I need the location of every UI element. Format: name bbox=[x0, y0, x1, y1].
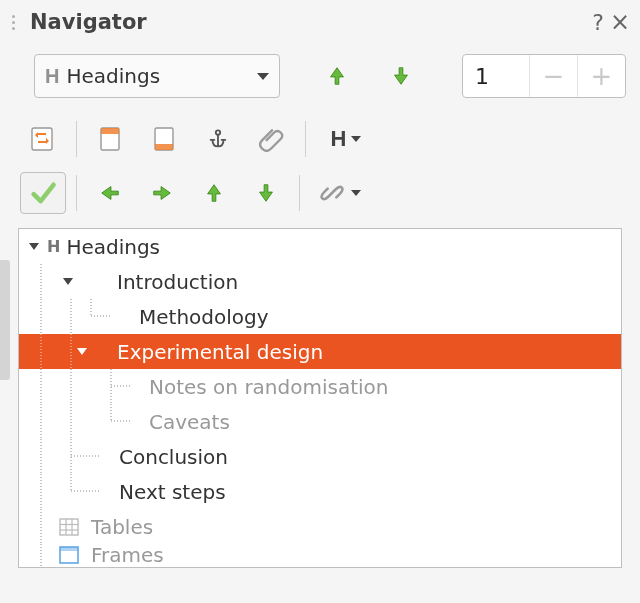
anchor-button[interactable] bbox=[195, 118, 241, 160]
separator bbox=[305, 121, 306, 157]
window-title: Navigator bbox=[30, 10, 592, 34]
tree-item-next-steps[interactable]: Next steps bbox=[19, 474, 621, 509]
tree-label: Experimental design bbox=[111, 340, 323, 364]
titlebar: Navigator ? × bbox=[0, 0, 640, 44]
toolbar-row-1: H Headings 1 − + bbox=[0, 44, 640, 112]
separator bbox=[76, 175, 77, 211]
separator bbox=[76, 121, 77, 157]
toolbar-row-2: H bbox=[0, 112, 640, 166]
arrow-down-icon bbox=[390, 65, 412, 87]
arrow-up-icon bbox=[203, 182, 225, 204]
move-chapter-up-button[interactable] bbox=[191, 172, 237, 214]
tree-item-introduction[interactable]: Introduction bbox=[19, 264, 621, 299]
tree-label: Methodology bbox=[133, 305, 269, 329]
anchor-icon bbox=[207, 128, 229, 150]
set-reminder-footer-button[interactable] bbox=[141, 118, 187, 160]
tree-category-tables[interactable]: Tables bbox=[19, 509, 621, 544]
svg-rect-4 bbox=[155, 144, 173, 150]
set-reminder-header-button[interactable] bbox=[87, 118, 133, 160]
separator bbox=[299, 175, 300, 211]
content-tree[interactable]: H Headings Introduction Methodology Expe… bbox=[18, 228, 622, 568]
heading-h-icon: H bbox=[331, 126, 346, 152]
chain-link-icon bbox=[319, 180, 345, 206]
toggle-collapse[interactable] bbox=[75, 348, 89, 355]
tree-item-caveats[interactable]: Caveats bbox=[19, 404, 621, 439]
svg-rect-28 bbox=[60, 519, 78, 535]
headings-icon: H bbox=[45, 65, 58, 88]
tree-line-icon bbox=[27, 439, 113, 474]
chevron-down-icon bbox=[351, 136, 361, 142]
tree-label: Conclusion bbox=[113, 445, 228, 469]
tree-line-icon bbox=[27, 369, 143, 404]
content-view-icon bbox=[30, 126, 56, 152]
tree-label: Headings bbox=[60, 235, 160, 259]
svg-rect-35 bbox=[60, 547, 78, 551]
tree-label: Next steps bbox=[113, 480, 226, 504]
arrow-down-icon bbox=[255, 182, 277, 204]
spinbox-plus-button[interactable]: + bbox=[577, 55, 625, 97]
drag-mode-button[interactable] bbox=[310, 172, 370, 214]
arrow-right-icon bbox=[151, 182, 173, 204]
page-header-icon bbox=[100, 127, 120, 151]
tree-line-icon bbox=[27, 334, 75, 369]
spinbox-minus-button[interactable]: − bbox=[529, 55, 577, 97]
tree-line-icon bbox=[27, 509, 57, 544]
svg-rect-2 bbox=[101, 128, 119, 134]
vertical-scroll-hint[interactable] bbox=[0, 260, 10, 380]
tree-label: Tables bbox=[85, 515, 153, 539]
page-footer-icon bbox=[154, 127, 174, 151]
move-chapter-down-button[interactable] bbox=[243, 172, 289, 214]
arrow-left-icon bbox=[99, 182, 121, 204]
previous-button[interactable] bbox=[320, 59, 354, 93]
navigate-by-dropdown[interactable]: H Headings bbox=[34, 54, 280, 98]
demote-level-button[interactable] bbox=[139, 172, 185, 214]
arrow-up-icon bbox=[326, 65, 348, 87]
tree-item-experimental-design[interactable]: Experimental design bbox=[19, 334, 621, 369]
tables-icon bbox=[59, 518, 79, 536]
check-icon bbox=[29, 179, 57, 207]
promote-level-button[interactable] bbox=[87, 172, 133, 214]
tree-line-icon bbox=[27, 474, 113, 509]
toggle-collapse[interactable] bbox=[61, 278, 75, 285]
tree-line-icon bbox=[27, 264, 61, 299]
svg-rect-0 bbox=[32, 128, 52, 150]
list-box-toggle-button[interactable] bbox=[20, 172, 66, 214]
tree-root-headings[interactable]: H Headings bbox=[19, 229, 621, 264]
tree-line-icon bbox=[27, 404, 143, 439]
tree-label: Caveats bbox=[143, 410, 230, 434]
set-reminder-button[interactable] bbox=[249, 118, 295, 160]
close-button[interactable]: × bbox=[610, 10, 630, 34]
heading-level-spinbox[interactable]: 1 − + bbox=[462, 54, 626, 98]
tree-item-methodology[interactable]: Methodology bbox=[19, 299, 621, 334]
heading-levels-button[interactable]: H bbox=[316, 118, 376, 160]
heading-level-value[interactable]: 1 bbox=[463, 64, 529, 89]
tree-line-icon bbox=[27, 299, 123, 334]
chevron-down-icon bbox=[257, 73, 269, 80]
tree-category-frames[interactable]: Frames bbox=[19, 544, 621, 566]
tree-line-icon bbox=[27, 544, 57, 566]
content-view-toggle-button[interactable] bbox=[20, 118, 66, 160]
headings-icon: H bbox=[47, 237, 60, 256]
drag-grip-icon[interactable] bbox=[6, 15, 20, 30]
paperclip-icon bbox=[259, 126, 285, 152]
toggle-collapse[interactable] bbox=[27, 243, 41, 250]
chevron-down-icon bbox=[351, 190, 361, 196]
tree-item-notes-randomisation[interactable]: Notes on randomisation bbox=[19, 369, 621, 404]
tree-item-conclusion[interactable]: Conclusion bbox=[19, 439, 621, 474]
toolbar-row-3 bbox=[0, 166, 640, 220]
next-button[interactable] bbox=[384, 59, 418, 93]
tree-label: Notes on randomisation bbox=[143, 375, 389, 399]
navigate-by-label: Headings bbox=[66, 64, 160, 88]
help-button[interactable]: ? bbox=[592, 10, 604, 35]
tree-label: Frames bbox=[85, 544, 164, 566]
frames-icon bbox=[59, 546, 79, 564]
tree-label: Introduction bbox=[111, 270, 238, 294]
